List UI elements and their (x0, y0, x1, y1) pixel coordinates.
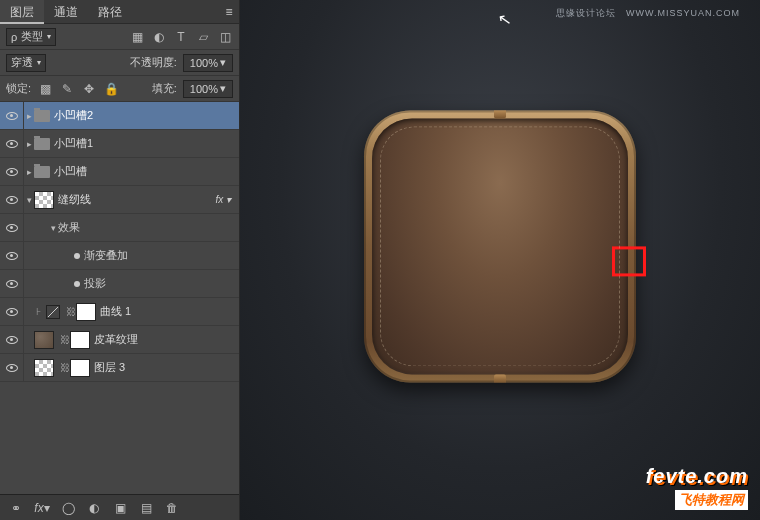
lock-paint-icon[interactable]: ✎ (59, 81, 75, 97)
disclosure-triangle-icon[interactable]: ▸ (24, 167, 34, 177)
canvas-area: ↖ 思缘设计论坛 WWW.MISSYUAN.COM fevte.com 飞特教程… (240, 0, 760, 520)
cursor-icon: ↖ (496, 9, 512, 30)
layer-name[interactable]: 投影 (84, 276, 106, 291)
fx-badge[interactable]: fx ▾ (215, 194, 235, 205)
link-icon[interactable]: ⚭ (6, 500, 26, 516)
link-icon: ⛓ (60, 334, 68, 345)
eye-icon (6, 336, 18, 344)
blend-mode-select[interactable]: 穿透 ▾ (6, 54, 46, 72)
fill-input[interactable]: 100%▾ (183, 80, 233, 98)
group-icon[interactable]: ▣ (110, 500, 130, 516)
lock-all-icon[interactable]: 🔒 (103, 81, 119, 97)
layer-name[interactable]: 效果 (58, 220, 80, 235)
link-icon: ⛓ (66, 306, 74, 317)
filter-shape-icon[interactable]: ▱ (195, 29, 211, 45)
layers-list: ▸小凹槽2▸小凹槽1▸小凹槽▾缝纫线fx ▾▾效果 渐变叠加 投影 ⊦⛓曲线 1… (0, 102, 239, 494)
disclosure-triangle-icon[interactable]: ▸ (24, 111, 34, 121)
layer-row[interactable]: 渐变叠加 (0, 242, 239, 270)
tab-layers[interactable]: 图层 (0, 0, 44, 24)
visibility-toggle[interactable] (0, 298, 24, 326)
layer-row[interactable]: ▾缝纫线fx ▾ (0, 186, 239, 214)
adjustment-icon[interactable]: ◐ (84, 500, 104, 516)
new-layer-icon[interactable]: ▤ (136, 500, 156, 516)
layer-name[interactable]: 图层 3 (94, 360, 125, 375)
lock-move-icon[interactable]: ✥ (81, 81, 97, 97)
blend-mode-value: 穿透 (11, 55, 33, 70)
layers-bottombar: ⚭ fx▾ ◯ ◐ ▣ ▤ 🗑 (0, 494, 239, 520)
blend-row: 穿透 ▾ 不透明度: 100%▾ (0, 50, 239, 76)
visibility-toggle[interactable] (0, 158, 24, 186)
layer-row[interactable]: ▸小凹槽2 (0, 102, 239, 130)
panel-menu-icon[interactable]: ≡ (219, 5, 239, 19)
kind-select[interactable]: ρ 类型 ▾ (6, 28, 56, 46)
kind-label: 类型 (21, 29, 43, 44)
eye-icon (6, 364, 18, 372)
chevron-down-icon: ▾ (37, 58, 41, 67)
layer-thumb[interactable] (34, 331, 54, 349)
layer-row[interactable]: ⊦⛓曲线 1 (0, 298, 239, 326)
layer-row[interactable]: ▸小凹槽1 (0, 130, 239, 158)
filter-smart-icon[interactable]: ◫ (217, 29, 233, 45)
mask-thumb[interactable] (76, 303, 96, 321)
layer-name[interactable]: 小凹槽1 (54, 136, 93, 151)
layer-thumb[interactable] (34, 191, 54, 209)
filter-adjust-icon[interactable]: ◐ (151, 29, 167, 45)
filter-pixel-icon[interactable]: ▦ (129, 29, 145, 45)
layer-name[interactable]: 小凹槽2 (54, 108, 93, 123)
visibility-toggle[interactable] (0, 130, 24, 158)
mask-thumb[interactable] (70, 331, 90, 349)
lock-trans-icon[interactable]: ▩ (37, 81, 53, 97)
eye-icon (6, 168, 18, 176)
visibility-toggle[interactable] (0, 270, 24, 298)
visibility-toggle[interactable] (0, 186, 24, 214)
visibility-toggle[interactable] (0, 102, 24, 130)
eye-icon (6, 280, 18, 288)
layer-row[interactable]: ⛓皮革纹理 (0, 326, 239, 354)
folder-icon (34, 138, 50, 150)
lock-label: 锁定: (6, 81, 31, 96)
disclosure-triangle-icon[interactable]: ▾ (24, 195, 34, 205)
layer-row[interactable]: ⛓图层 3 (0, 354, 239, 382)
kind-icon: ρ (11, 31, 17, 43)
layers-panel: 图层 通道 路径 ≡ ρ 类型 ▾ ▦ ◐ T ▱ ◫ 穿透 ▾ 不透明度: (0, 0, 240, 520)
opacity-input[interactable]: 100%▾ (183, 54, 233, 72)
disclosure-triangle-icon[interactable]: ▸ (24, 139, 34, 149)
layer-name[interactable]: 皮革纹理 (94, 332, 138, 347)
eye-icon (6, 224, 18, 232)
visibility-toggle[interactable] (0, 354, 24, 382)
eye-icon (6, 140, 18, 148)
eye-icon (6, 196, 18, 204)
fx-icon[interactable]: fx▾ (32, 500, 52, 516)
eye-icon (6, 252, 18, 260)
folder-icon (34, 110, 50, 122)
visibility-toggle[interactable] (0, 214, 24, 242)
wood-notch-top (494, 110, 506, 118)
curves-icon (46, 305, 60, 319)
wood-notch-bottom (494, 374, 506, 382)
layer-row[interactable]: ▸小凹槽 (0, 158, 239, 186)
eye-icon (6, 112, 18, 120)
layer-row[interactable]: ▾效果 (0, 214, 239, 242)
disclosure-triangle-icon[interactable]: ▾ (48, 223, 58, 233)
layer-thumb[interactable] (34, 359, 54, 377)
mask-icon[interactable]: ◯ (58, 500, 78, 516)
chevron-down-icon: ▾ (47, 32, 51, 41)
mask-thumb[interactable] (70, 359, 90, 377)
filter-type-icon[interactable]: T (173, 29, 189, 45)
highlight-box (612, 246, 646, 276)
layer-row[interactable]: 投影 (0, 270, 239, 298)
chevron-down-icon: ▾ (220, 82, 226, 95)
visibility-toggle[interactable] (0, 242, 24, 270)
layer-name[interactable]: 曲线 1 (100, 304, 131, 319)
app-root: 图层 通道 路径 ≡ ρ 类型 ▾ ▦ ◐ T ▱ ◫ 穿透 ▾ 不透明度: (0, 0, 760, 520)
layer-name[interactable]: 缝纫线 (58, 192, 91, 207)
tab-channels[interactable]: 通道 (44, 0, 88, 24)
layer-name[interactable]: 渐变叠加 (84, 248, 128, 263)
filter-row: ρ 类型 ▾ ▦ ◐ T ▱ ◫ (0, 24, 239, 50)
visibility-toggle[interactable] (0, 326, 24, 354)
tab-paths[interactable]: 路径 (88, 0, 132, 24)
panel-tabs: 图层 通道 路径 ≡ (0, 0, 239, 24)
opacity-label: 不透明度: (130, 55, 177, 70)
trash-icon[interactable]: 🗑 (162, 500, 182, 516)
layer-name[interactable]: 小凹槽 (54, 164, 87, 179)
